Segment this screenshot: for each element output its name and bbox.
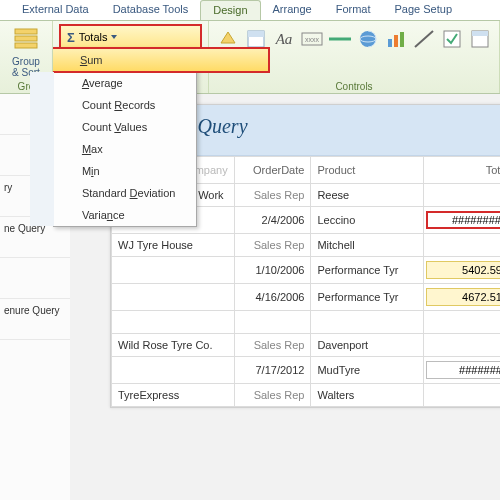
total-value[interactable] (426, 261, 500, 279)
nav-item[interactable] (0, 258, 70, 299)
group-sort-icon (12, 26, 40, 54)
svg-text:xxxx: xxxx (305, 36, 320, 43)
table-row: Wild Rose Tyre Co.Sales RepDavenport (112, 334, 501, 357)
table-row: 7/17/2012MudTyre (112, 357, 501, 384)
svg-rect-2 (15, 43, 37, 48)
hr-icon[interactable] (329, 28, 351, 50)
sigma-icon: Σ (67, 30, 75, 45)
table-row: 1/10/2006Performance Tyr (112, 257, 501, 284)
tab-page-setup[interactable]: Page Setup (383, 0, 465, 20)
total-value[interactable] (426, 211, 500, 229)
svg-rect-16 (472, 31, 488, 36)
controls-group-label: Controls (209, 81, 499, 92)
menu-max[interactable]: Max (30, 138, 196, 160)
menu-sum[interactable]: Sum (53, 47, 270, 73)
ribbon-tabs: External Data Database Tools Design Arra… (0, 0, 500, 21)
table-row: TyreExpressSales RepWalters (112, 384, 501, 407)
tab-format[interactable]: Format (324, 0, 383, 20)
tab-database-tools[interactable]: Database Tools (101, 0, 201, 20)
form-icon[interactable] (469, 28, 491, 50)
menu-count-values[interactable]: Count Values (30, 116, 196, 138)
table-row: WJ Tyre HouseSales RepMitchell (112, 234, 501, 257)
tab-arrange[interactable]: Arrange (261, 0, 324, 20)
menu-std-dev[interactable]: Standard Deviation (30, 182, 196, 204)
chart-icon[interactable] (385, 28, 407, 50)
textbox-icon[interactable]: xxxx (301, 28, 323, 50)
svg-rect-4 (248, 31, 264, 37)
globe-icon[interactable] (357, 28, 379, 50)
menu-variance[interactable]: Variance (30, 204, 196, 226)
ribbon: Group& Sort Gro Σ Totals Sum Average Cou… (0, 21, 500, 94)
totals-menu: Sum Average Count Records Count Values M… (53, 47, 197, 227)
totals-label: Totals (79, 31, 108, 43)
menu-count-records[interactable]: Count Records (30, 94, 196, 116)
svg-rect-12 (400, 32, 404, 47)
svg-rect-10 (388, 39, 392, 47)
svg-rect-11 (394, 35, 398, 47)
line-icon[interactable] (413, 28, 435, 50)
svg-rect-14 (444, 31, 460, 47)
svg-rect-1 (15, 36, 37, 41)
total-value[interactable] (426, 288, 500, 306)
checkbox-icon[interactable] (441, 28, 463, 50)
svg-rect-0 (15, 29, 37, 34)
tab-external-data[interactable]: External Data (10, 0, 101, 20)
menu-average[interactable]: Average (30, 72, 196, 94)
nav-item[interactable]: enure Query (0, 299, 70, 340)
tab-design[interactable]: Design (200, 0, 260, 20)
svg-line-13 (415, 31, 433, 47)
table-row (112, 311, 501, 334)
menu-min[interactable]: Min (30, 160, 196, 182)
total-value[interactable] (426, 361, 500, 379)
font-icon[interactable]: Aa (273, 28, 295, 50)
chevron-down-icon (111, 35, 117, 39)
menu-sum-rest: um (87, 54, 102, 66)
table-row: 4/16/2006Performance Tyr (112, 284, 501, 311)
